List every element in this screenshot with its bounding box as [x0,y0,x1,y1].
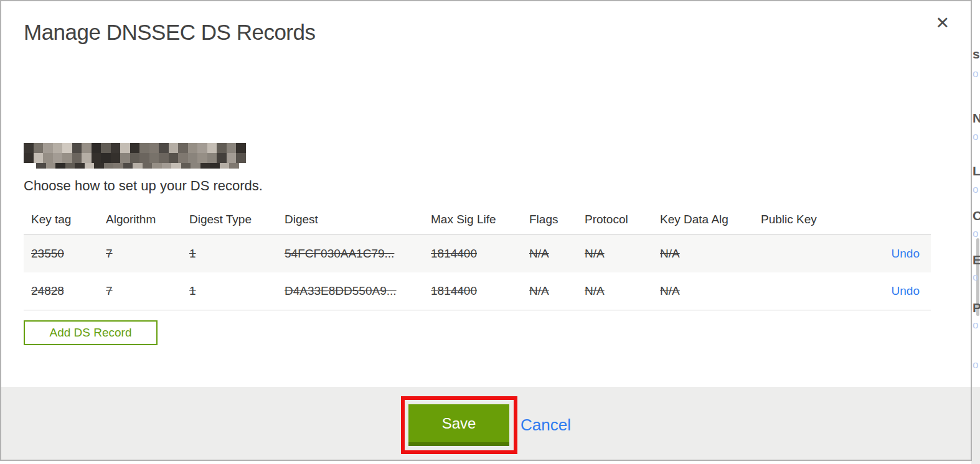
cell-max-sig-life: 1814400 [431,247,529,261]
background-text-fragment: o [973,184,978,195]
background-text-fragment: N [973,111,980,124]
col-header-protocol: Protocol [585,213,660,226]
col-header-key-data-alg: Key Data Alg [660,213,761,226]
background-text-fragment: P [973,301,980,314]
redacted-domain-underline [36,163,239,169]
cell-algorithm: 7 [106,284,189,298]
background-page-edge: soNoLoCoEoPoo [971,0,980,464]
col-header-flags: Flags [529,213,585,226]
col-header-digest-type: Digest Type [189,213,285,226]
dialog-footer: Save Cancel [1,387,971,460]
cell-digest-type: 1 [189,284,285,298]
background-text-fragment: o [973,131,978,142]
background-text-fragment: C [973,209,980,222]
col-header-algorithm: Algorithm [106,213,189,226]
background-page-footer [971,387,980,464]
cell-max-sig-life: 1814400 [431,284,529,298]
background-text-fragment: s [973,47,980,60]
col-header-public-key: Public Key [761,213,881,226]
background-text-fragment: o [973,272,978,282]
undo-link[interactable]: Undo [892,284,920,297]
cell-protocol: N/A [585,247,660,261]
annotation-highlight-box: Save [401,396,517,454]
background-text-fragment: o [973,360,978,370]
cell-key-data-alg: N/A [660,247,761,261]
undo-link[interactable]: Undo [892,247,920,260]
cell-protocol: N/A [585,284,660,298]
cancel-link[interactable]: Cancel [521,415,571,435]
col-header-key-tag: Key tag [31,213,106,226]
table-row: 23550 7 1 54FCF030AA1C79... 1814400 N/A … [24,234,931,272]
add-ds-record-button[interactable]: Add DS Record [24,320,158,345]
ds-records-table: Key tag Algorithm Digest Type Digest Max… [24,206,931,310]
cell-key-tag: 23550 [31,247,106,261]
save-button[interactable]: Save [408,404,509,446]
cell-key-tag: 24828 [31,284,106,298]
cell-digest: 54FCF030AA1C79... [285,247,431,261]
background-text-fragment: o [973,228,978,239]
background-text-fragment: o [973,68,978,79]
background-text-fragment: L [973,164,980,177]
cell-flags: N/A [529,284,585,298]
intro-text: Choose how to set up your DS records. [24,178,263,194]
cell-key-data-alg: N/A [660,284,761,298]
manage-dnssec-dialog: ✕ Manage DNSSEC DS Records Choose how to… [0,0,972,461]
background-text-fragment: o [973,320,978,330]
close-icon[interactable]: ✕ [935,15,949,32]
cell-flags: N/A [529,247,585,261]
table-header-row: Key tag Algorithm Digest Type Digest Max… [24,206,931,234]
cell-algorithm: 7 [106,247,189,261]
cell-digest: D4A33E8DD550A9... [285,284,431,298]
cell-digest-type: 1 [189,247,285,261]
col-header-max-sig-life: Max Sig Life [431,213,529,226]
page-title: Manage DNSSEC DS Records [24,20,315,45]
col-header-digest: Digest [285,213,431,226]
table-row: 24828 7 1 D4A33E8DD550A9... 1814400 N/A … [24,272,931,310]
redacted-domain [24,143,246,163]
background-text-fragment: E [973,253,980,266]
